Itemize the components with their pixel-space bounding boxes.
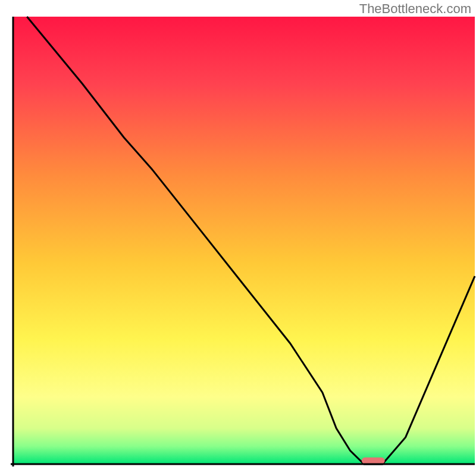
chart-plot [0, 0, 476, 476]
chart-container: TheBottleneck.com [0, 0, 476, 476]
watermark-text: TheBottleneck.com [359, 1, 471, 17]
optimal-marker [362, 458, 385, 464]
